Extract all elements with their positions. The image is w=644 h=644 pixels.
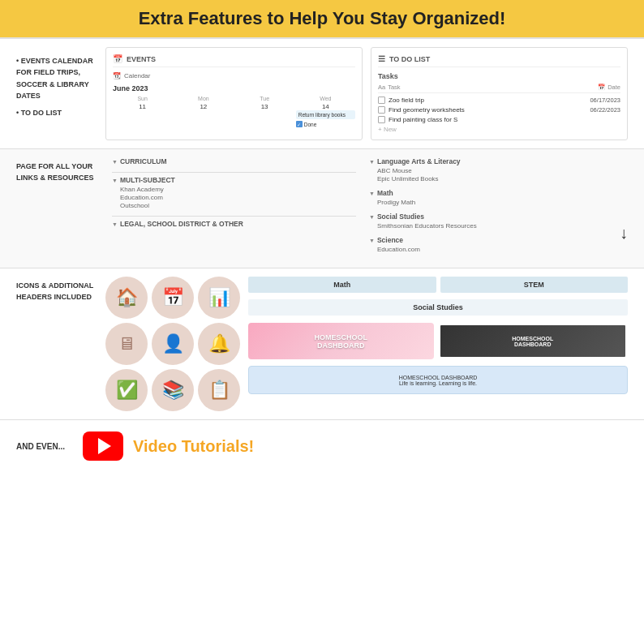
scroll-arrow: ↓: [620, 157, 628, 260]
multi-subject-heading: ▼ MULTI-SUBJECT: [112, 176, 356, 184]
todo-card-header: ☰ TO DO LIST: [378, 54, 620, 67]
todo-title: TO DO LIST: [389, 55, 430, 63]
legal-label: LEGAL, SCHOOL DISTRICT & OTHER: [120, 220, 243, 228]
cal-mon: Mon: [174, 96, 233, 101]
task-2-name: Find geometry worksheets: [389, 106, 586, 114]
tri-math: ▼: [369, 191, 375, 196]
icon-chart: 📊: [198, 277, 240, 319]
calendar-sub: 📆 Calendar: [113, 72, 355, 79]
math-section: ▼ Math Prodigy Math: [369, 189, 613, 206]
section1-cards: 📅 EVENTS 📆 Calendar June 2023 Sun Mon Tu…: [105, 47, 628, 140]
col-task-label: Task: [388, 84, 400, 91]
todo-col-headers: Aa Task 📅 Date: [378, 84, 620, 93]
cal-icon: 📆: [113, 72, 121, 79]
dashboard-blue: HOMESCHOOL DASHBOARDLife is learning. Le…: [248, 366, 628, 394]
calendar-month: June 2023: [113, 84, 355, 92]
icon-bell: 🔔: [198, 323, 240, 365]
todo-tasks-label: Tasks: [378, 72, 620, 80]
section-events-todo: • EVENTS CALENDAR FOR FIELD TRIPS, SOCCE…: [0, 39, 644, 149]
icon-clipboard: 📋: [198, 369, 240, 411]
todo-row-1: Zoo field trip 06/17/2023: [378, 97, 620, 104]
curriculum-heading: ▼ CURRICULUM: [112, 157, 356, 165]
curriculum-label: CURRICULUM: [120, 157, 167, 165]
divider-2: [112, 216, 356, 217]
checkbox-2[interactable]: [378, 106, 385, 114]
tri-ss: ▼: [369, 214, 375, 220]
item-education: Education.com: [112, 194, 356, 201]
cal-event: Return library books: [296, 110, 355, 119]
header-title: Extra Features to Help You Stay Organize…: [16, 8, 628, 29]
icons-grid: 🏠 📅 📊 🖥 👤 🔔 ✅ 📚 📋: [105, 277, 240, 411]
science-section: ▼ Science Education.com: [369, 236, 613, 253]
dashboard-pink-label: HOMESCHOOLDASHBOARD: [314, 333, 367, 350]
section-icons: ICONS & ADDITIONAL HEADERS INCLUDED 🏠 📅 …: [0, 268, 644, 420]
icon-calendar: 📅: [152, 277, 194, 319]
todo-icon: ☰: [378, 54, 385, 63]
todo-card: ☰ TO DO LIST Tasks Aa Task 📅 Date Zoo fi…: [371, 47, 628, 140]
item-abc: ABC Mouse: [369, 167, 613, 174]
triangle-icon-3: ▼: [112, 221, 118, 227]
events-card-header: 📅 EVENTS: [113, 54, 355, 67]
math-heading: ▼ Math: [369, 189, 613, 197]
col-date-label: Date: [608, 84, 620, 91]
cal-day-12: 12: [174, 103, 233, 127]
header-strips-row: Math STEM: [248, 277, 628, 293]
cal-wed: Wed: [296, 96, 355, 101]
cal-day-11: 11: [113, 103, 172, 127]
curriculum-col-left: ▼ CURRICULUM ▼ MULTI-SUBJECT Khan Academ…: [105, 157, 363, 260]
section-curriculum: PAGE FOR ALL YOUR LINKS & RESOURCES ▼ CU…: [0, 149, 644, 268]
yt-play-icon: [98, 438, 111, 454]
icon-computer: 🖥: [105, 323, 148, 365]
multi-subject-section: ▼ MULTI-SUBJECT Khan Academy Education.c…: [112, 176, 356, 209]
youtube-icon[interactable]: [83, 431, 123, 461]
cal-done-text: Done: [304, 122, 317, 127]
tri-la: ▼: [369, 159, 375, 165]
todo-new[interactable]: + New: [378, 126, 620, 133]
dashboard-notebook: HOMESCHOOLDASHBOARD: [438, 323, 629, 359]
cal-sub-label: Calendar: [124, 72, 150, 79]
and-even-label: AND EVEN...: [16, 442, 73, 451]
col-header-task: Aa: [378, 84, 385, 91]
check-icon: ✓: [296, 121, 303, 127]
science-heading: ▼ Science: [369, 236, 613, 244]
dashboard-row: HOMESCHOOLDASHBOARD HOMESCHOOLDASHBOARD: [248, 323, 628, 359]
header-banner: Extra Features to Help You Stay Organize…: [0, 0, 644, 39]
task-2-date: 06/22/2023: [590, 106, 620, 114]
divider-1: [112, 172, 356, 173]
item-smithsonian: Smithsonian Educators Resources: [369, 222, 613, 230]
dashboard-pink: HOMESCHOOLDASHBOARD: [248, 323, 434, 359]
multi-subject-label: MULTI-SUBJECT: [120, 176, 175, 184]
social-studies-heading: ▼ Social Studies: [369, 213, 613, 221]
legal-heading: ▼ LEGAL, SCHOOL DISTRICT & OTHER: [112, 220, 356, 228]
item-epic: Epic Unlimited Books: [369, 175, 613, 182]
dashboard-blue-label: HOMESCHOOL DASHBOARDLife is learning. Le…: [399, 375, 478, 386]
science-label: Science: [377, 236, 403, 244]
dashboard-notebook-label: HOMESCHOOLDASHBOARD: [512, 336, 553, 347]
section2-left-label: PAGE FOR ALL YOUR LINKS & RESOURCES: [16, 157, 105, 184]
events-title: EVENTS: [127, 55, 156, 63]
cal-grid: Sun Mon Tue Wed 11 12 13 14 Return libra…: [113, 96, 355, 127]
events-card: 📅 EVENTS 📆 Calendar June 2023 Sun Mon Tu…: [105, 47, 363, 140]
lang-arts-label: Language Arts & Literacy: [377, 157, 461, 165]
bullet-events: • EVENTS CALENDAR FOR FIELD TRIPS, SOCCE…: [16, 55, 105, 102]
triangle-icon: ▼: [112, 159, 118, 165]
icon-home: 🏠: [105, 277, 148, 319]
checkbox-3[interactable]: [378, 116, 385, 123]
section-video: AND EVEN... Video Tutorials!: [0, 420, 644, 472]
social-studies-section: ▼ Social Studies Smithsonian Educators R…: [369, 213, 613, 230]
item-outschool: Outschool: [112, 202, 356, 209]
cal-done: ✓ Done: [296, 121, 355, 127]
legal-section: ▼ LEGAL, SCHOOL DISTRICT & OTHER: [112, 220, 356, 228]
headers-preview: Math STEM Social Studies HOMESCHOOLDASHB…: [248, 277, 628, 411]
video-tutorials-text: Video Tutorials!: [133, 437, 254, 456]
curriculum-col-right: ▼ Language Arts & Literacy ABC Mouse Epi…: [363, 157, 620, 260]
cal-tue: Tue: [235, 96, 294, 101]
section2-right: ▼ CURRICULUM ▼ MULTI-SUBJECT Khan Academ…: [105, 157, 628, 260]
task-1-name: Zoo field trip: [389, 97, 586, 104]
cal-day-14: 14 Return library books ✓ Done: [296, 103, 355, 127]
item-khan: Khan Academy: [112, 186, 356, 193]
cal-day-num: 14: [296, 103, 355, 110]
cal-sun: Sun: [113, 96, 172, 101]
checkbox-1[interactable]: [378, 97, 385, 104]
lang-arts-section: ▼ Language Arts & Literacy ABC Mouse Epi…: [369, 157, 613, 182]
